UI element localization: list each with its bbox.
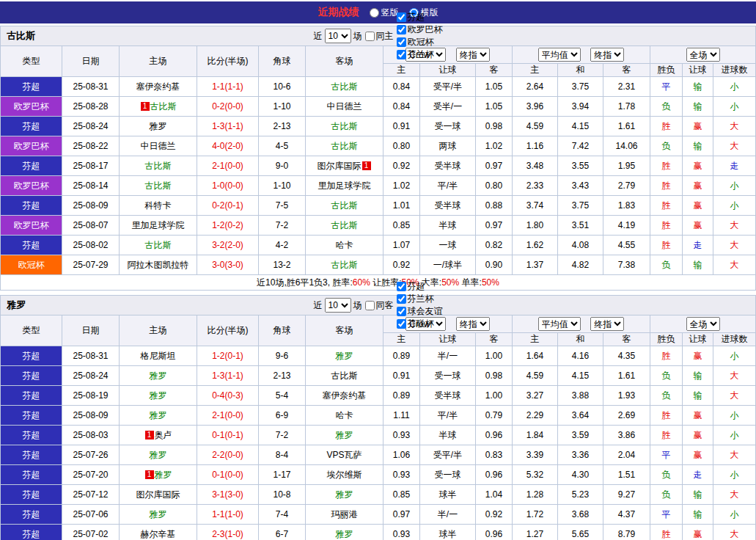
league-filter-checkbox[interactable] [397,307,406,316]
league-badge: 芬超 [1,406,62,425]
team-name-link[interactable]: 古比斯 [331,81,358,92]
same-side-filter[interactable]: 同客 [364,299,394,312]
team-name-link[interactable]: 古比斯 [331,200,358,211]
odds-time-select[interactable]: 终指 [456,317,490,331]
team-name-link[interactable]: 古比斯 [331,121,358,131]
team-name-link[interactable]: 雅罗 [150,509,167,519]
team-name-link[interactable]: 玛丽港 [331,509,358,519]
league-filter-option[interactable]: 芬联杯 [396,318,443,330]
avg-time-select[interactable]: 终指 [590,317,624,331]
away-team-cell: 古比斯 [306,255,383,275]
team-name-link[interactable]: 中日德兰 [327,101,362,112]
match-row: 芬超25-08-17古比斯2-1(0-0)9-0图尔库国际10.92受半球0.9… [1,156,756,176]
avg-source-select[interactable]: 平均值 [538,317,581,331]
league-filter-checkbox[interactable] [397,12,406,22]
away-team-cell: 古比斯 [306,216,383,236]
team-name-link[interactable]: 哈卡 [336,410,353,420]
team-name-link[interactable]: 古比斯 [145,161,172,171]
match-date: 25-07-06 [62,505,120,525]
away-team-cell: 古比斯 [306,77,383,97]
league-filter-checkbox[interactable] [397,294,406,304]
team-name-link[interactable]: 古比斯 [331,141,358,151]
avg-group-header: 平均值 终指 [513,46,650,64]
result-scope-select[interactable]: 全场 [686,48,720,62]
league-filter-checkbox[interactable] [397,50,406,59]
match-count-select[interactable]: 10 [325,298,351,313]
league-filter-checkbox[interactable] [397,282,406,291]
team-name-link[interactable]: 雅罗 [150,371,167,381]
league-filter-option[interactable]: 欧罗巴杯 [396,23,443,36]
avg-group-header: 平均值 终指 [513,315,650,333]
col-corner: 角球 [259,46,306,77]
same-side-checkbox[interactable] [365,32,375,41]
corner-count: 2-13 [259,117,306,136]
team-name-link[interactable]: VPS瓦萨 [326,450,362,460]
avg-away-odds: 8.79 [603,525,650,540]
team-name-link[interactable]: 中日德兰 [141,141,176,151]
team-name-link[interactable]: 雅罗 [336,430,353,440]
league-cell: 欧罗巴杯 [1,136,62,156]
team-name-link[interactable]: 赫尔辛基 [141,529,176,539]
league-filter-option[interactable]: 芬超 [396,280,443,293]
team-name-link[interactable]: 雅罗 [336,489,353,500]
league-filter-label: 球会友谊 [408,305,443,318]
team-name-link[interactable]: 雅罗 [150,390,167,401]
team-name-link[interactable]: 古比斯 [331,371,358,381]
team-name-link[interactable]: 雅罗 [155,470,172,480]
team-name-link[interactable]: 格尼斯坦 [141,351,176,361]
team-name-link[interactable]: 雅罗 [336,529,353,539]
league-badge: 芬超 [1,465,62,484]
league-filter-option[interactable]: 球会友谊 [396,305,443,318]
team-name-link[interactable]: 雅罗 [150,450,167,460]
avg-source-select[interactable]: 平均值 [538,48,581,62]
team-name-link[interactable]: 雅罗 [150,121,167,131]
team-name-link[interactable]: 古比斯 [331,220,358,230]
team-name-link[interactable]: 里加足球学院 [318,180,371,191]
team-name-link[interactable]: 古比斯 [150,101,177,112]
team-name-link[interactable]: 雅罗 [336,351,353,361]
team-name-link[interactable]: 哈卡 [336,240,353,250]
league-filter-option[interactable]: 芬兰杯 [396,293,443,305]
league-filter-option[interactable]: 欧冠杯 [396,36,443,48]
subcol-result-handicap: 让球 [683,333,713,346]
odds-home: 0.85 [383,216,420,236]
team-name-link[interactable]: 埃尔维斯 [327,470,362,480]
team-name-link[interactable]: 古比斯 [145,180,172,191]
odds-handicap: 受平/半 [420,445,476,465]
same-side-filter[interactable]: 同主 [364,30,394,43]
team-name-link[interactable]: 古比斯 [331,260,358,270]
match-date: 25-08-17 [62,156,120,176]
league-filter-checkbox[interactable] [397,25,406,34]
team-name-link[interactable]: 古比斯 [145,240,172,250]
result-goals: 大 [713,386,756,406]
same-side-checkbox[interactable] [365,301,375,310]
team-name-link[interactable]: 阿拉木图凯拉特 [128,260,189,270]
avg-draw-odds: 3.43 [558,176,603,196]
team-name-link[interactable]: 图尔库国际 [136,489,180,500]
team-name-link[interactable]: 里加足球学院 [132,220,185,230]
match-score: 2-1(0-0) [197,156,259,176]
team-name-link[interactable]: 图尔库国际 [318,161,362,171]
team-name-link[interactable]: 科特卡 [145,200,172,211]
avg-home-odds: 1.72 [513,505,558,525]
result-scope-select[interactable]: 全场 [686,317,720,331]
result-handicap: 走 [683,465,713,485]
corner-count: 9-0 [259,156,306,176]
league-filter-checkbox[interactable] [397,37,406,47]
league-badge: 欧冠杯 [1,255,62,274]
team-name-link[interactable]: 塞伊奈约基 [136,81,180,92]
league-filter-option[interactable]: 芬超 [396,11,443,23]
match-count-select[interactable]: 10 [325,29,351,43]
result-goals: 大 [713,117,756,136]
result-outcome: 平 [650,505,683,525]
league-filter-checkbox[interactable] [397,319,406,329]
team-name-link[interactable]: 奥卢 [155,430,172,440]
league-filter-option[interactable]: 芬兰杯 [396,48,443,61]
team-name-link[interactable]: 塞伊奈约基 [323,390,367,401]
match-score: 1-3(1-1) [197,117,259,136]
match-row: 芬超25-07-02赫尔辛基2-3(1-0)6-7雅罗0.93球半0.961.2… [1,525,756,540]
odds-time-select[interactable]: 终指 [456,48,490,62]
team-name-link[interactable]: 雅罗 [150,410,167,420]
league-filter-label: 芬兰杯 [408,48,434,61]
avg-time-select[interactable]: 终指 [590,48,624,62]
